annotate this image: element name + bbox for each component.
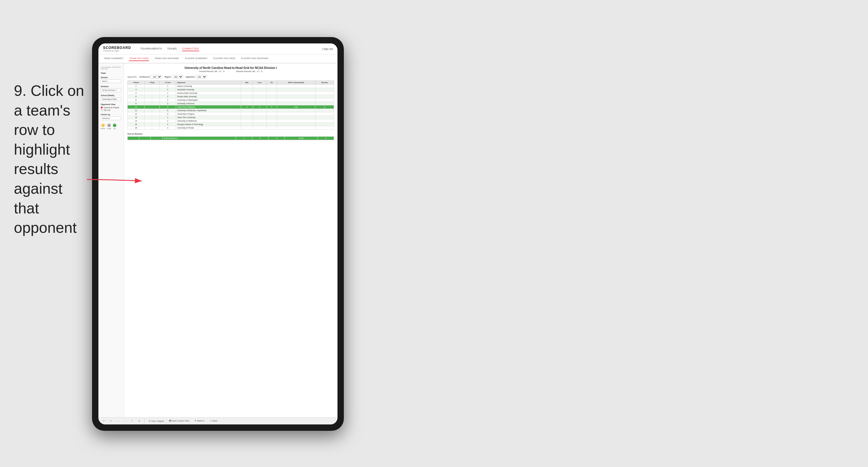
cell-value: 13: [128, 116, 145, 119]
cell-value: [253, 126, 266, 130]
nav-teams[interactable]: TEAMS: [167, 47, 177, 51]
legend-dot-level: [107, 124, 111, 127]
radio-dot-top100: [101, 109, 103, 111]
cell-value: [241, 85, 253, 88]
radio-opponents-played[interactable]: Opponents Played: [101, 107, 121, 109]
cell-value: [315, 116, 334, 119]
cell-value: 6: [159, 109, 176, 112]
cell-value: 4: [128, 91, 145, 95]
conference-filter-select[interactable]: (All): [151, 75, 162, 79]
tablet-screen: SCOREBOARD Powered by clippi TOURNAMENTS…: [98, 43, 338, 425]
legend: Down Level Up: [101, 124, 121, 129]
cell-value: [241, 116, 253, 119]
colour-by-value[interactable]: Win/loss: [101, 116, 121, 120]
table-row[interactable]: 12-3University of Virginia: [128, 112, 334, 116]
opponent-filter-select[interactable]: (All): [195, 75, 207, 79]
cell-value: 5: [159, 106, 176, 109]
nav-committee[interactable]: COMMITTEE: [182, 47, 199, 51]
table-row[interactable]: 11-6University of Arkansas, Fayetteville: [128, 109, 334, 112]
sign-out-link[interactable]: | Sign out: [322, 48, 333, 50]
toolbar-redo[interactable]: ↪: [109, 419, 113, 423]
region-filter-select[interactable]: (All): [172, 75, 183, 79]
cell-value: [315, 112, 334, 116]
cell-value: [266, 119, 277, 123]
cell-value: [277, 112, 315, 116]
subnav-team-summary[interactable]: TEAM SUMMARY: [103, 56, 124, 61]
cell-value: [277, 85, 315, 88]
cell-value: [277, 91, 315, 95]
division-value[interactable]: NCAA Division I: [101, 88, 121, 92]
division-label: Division: [101, 85, 121, 87]
table-row[interactable]: 16-3University of Florida: [128, 126, 334, 130]
legend-label-up: Up: [114, 128, 116, 129]
cell-value: 8: [315, 106, 334, 109]
cell-value: [315, 95, 334, 98]
cell-value: [253, 102, 266, 106]
subnav-team-h2h-grid[interactable]: TEAM H2H GRID: [129, 56, 149, 61]
toolbar-save-custom[interactable]: 💾 Save Custom View: [168, 419, 190, 423]
cell-value: 4: [159, 123, 176, 126]
subnav-team-h2h-heatmap[interactable]: TEAM H2H HEATMAP: [154, 56, 180, 61]
table-row[interactable]: 8-2University of Washington: [128, 98, 334, 102]
toolbar-watch[interactable]: 👁 Watch ▾: [193, 419, 206, 423]
cell-value: [266, 123, 277, 126]
table-row[interactable]: 13-1Texas Tech University: [128, 116, 334, 119]
table-row[interactable]: 2-1Auburn University: [128, 85, 334, 88]
table-row[interactable]: 15-4Georgia Institute of Technology: [128, 123, 334, 126]
cell-value: [315, 119, 334, 123]
cell-value: 2: [159, 88, 176, 91]
subnav-player-summary[interactable]: PLAYER SUMMARY: [184, 56, 208, 61]
out-div-row[interactable]: NCAA Division II 1 0 0 26.00 3: [128, 137, 334, 140]
school-value[interactable]: University of Nort...: [101, 97, 121, 101]
radio-dot-opponents: [101, 107, 103, 109]
cell-value: -: [145, 109, 159, 112]
cell-value: 15: [128, 123, 145, 126]
table-row[interactable]: 9-3University of Arizona: [128, 102, 334, 106]
subnav-player-h2h-heatmap[interactable]: PLAYER H2H HEATMAP: [241, 56, 269, 61]
cell-value: [277, 119, 315, 123]
cell-value: [315, 109, 334, 112]
toolbar-share[interactable]: ↗ Share: [208, 419, 219, 423]
cell-opponent: University of Arizona: [176, 102, 241, 106]
col-rank: # Rank: [128, 81, 145, 85]
view-original-label: View: Original: [151, 420, 164, 422]
toolbar-undo[interactable]: ↩: [102, 419, 106, 423]
radio-top100[interactable]: Top 100: [101, 109, 121, 111]
cell-value: [241, 88, 253, 91]
nav-tournaments[interactable]: TOURNAMENTS: [141, 47, 162, 51]
scene: 9. Click on a team's row to highlight re…: [0, 0, 868, 467]
table-row[interactable]: 6-2Florida State University: [128, 95, 334, 98]
cell-value: 6: [128, 95, 145, 98]
gender-value[interactable]: Men's: [101, 79, 121, 83]
cell-value: [266, 91, 277, 95]
cell-value: [253, 119, 266, 123]
eye-icon: 👁: [149, 420, 151, 422]
cell-value: [253, 98, 266, 102]
grid-title: University of North Carolina Head-to-Hea…: [127, 66, 334, 69]
cell-value: [241, 109, 253, 112]
toolbar-view-original[interactable]: 👁 View: Original: [148, 419, 165, 423]
cell-opponent: University of Alabama: [176, 106, 241, 109]
out-div-loss: 0: [252, 137, 268, 140]
table-row[interactable]: 10-5University of Alabama3002.618: [128, 106, 334, 109]
sidebar: Last Updated: 27/03/2024 16:55:38 Team G…: [98, 63, 124, 417]
table-row[interactable]: 4-1Arizona State University: [128, 91, 334, 95]
cell-value: 2: [159, 98, 176, 102]
cell-value: [241, 126, 253, 130]
cell-opponent: University of Washington: [176, 98, 241, 102]
out-div-opponent: NCAA Division II: [162, 137, 236, 140]
subnav-player-h2h-grid[interactable]: PLAYER H2H GRID: [213, 56, 236, 61]
col-win: Win: [241, 81, 253, 85]
radio-opponents-label: Opponents Played: [104, 107, 119, 109]
toolbar-scissors[interactable]: ✂: [130, 419, 134, 423]
table-row[interactable]: 3-2Vanderbilt University: [128, 88, 334, 91]
cell-value: -: [145, 119, 159, 123]
toolbar-clock[interactable]: ⏱: [137, 419, 142, 423]
toolbar-forward[interactable]: →: [123, 419, 127, 423]
table-row[interactable]: 14-2University of Oklahoma: [128, 119, 334, 123]
toolbar-back[interactable]: ←: [116, 419, 120, 423]
bottom-toolbar: ↩ ↪ ← → ✂ ⏱ 👁 View: Original 💾 Save Cust…: [98, 417, 338, 425]
col-tie: Tie: [266, 81, 277, 85]
cell-value: [315, 123, 334, 126]
gender-label: Gender: [101, 77, 121, 79]
